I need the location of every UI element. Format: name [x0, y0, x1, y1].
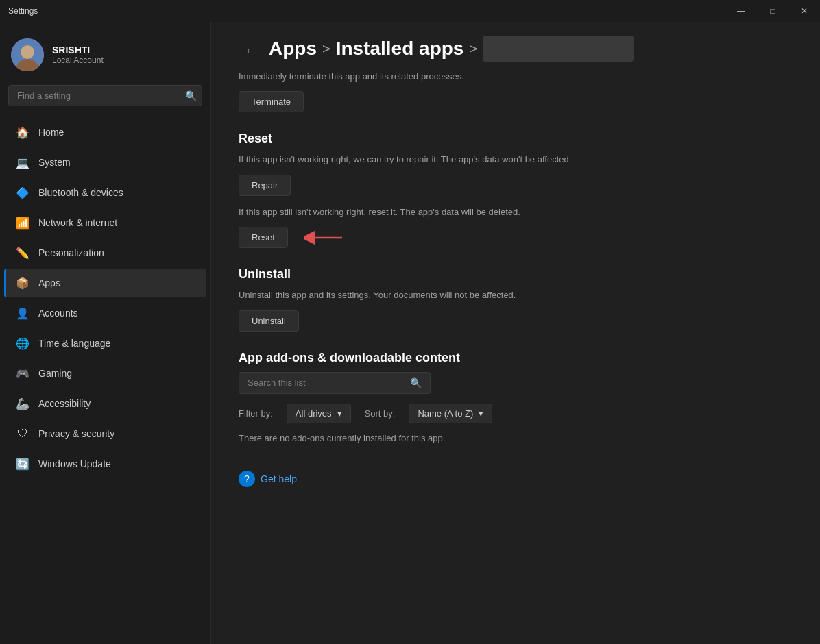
repair-button[interactable]: Repair — [239, 175, 291, 196]
profile-section: SRISHTI Local Account — [0, 33, 210, 85]
breadcrumb-app-name — [483, 36, 634, 62]
help-section: ? Get help — [239, 471, 793, 487]
terminate-button[interactable]: Terminate — [239, 91, 304, 112]
sort-value: Name (A to Z) — [418, 408, 473, 419]
uninstall-description: Uninstall this app and its settings. You… — [239, 288, 793, 302]
privacy-icon: 🛡 — [15, 426, 30, 441]
accessibility-icon: 🦾 — [15, 396, 30, 411]
terminate-description: Immediately terminate this app and its r… — [239, 71, 793, 82]
sidebar-item-accounts[interactable]: 👤 Accounts — [4, 299, 206, 327]
reset-button[interactable]: Reset — [239, 227, 288, 248]
avatar — [11, 38, 44, 71]
get-help-link[interactable]: Get help — [261, 473, 297, 484]
filter-by-dropdown[interactable]: All drives ▾ — [287, 404, 351, 423]
sidebar-item-network[interactable]: 📶 Network & internet — [4, 208, 206, 237]
sort-chevron-icon: ▾ — [479, 408, 483, 419]
addon-search-box: 🔍 — [239, 372, 431, 394]
breadcrumb: Apps > Installed apps > — [269, 36, 634, 62]
app-body: SRISHTI Local Account 🔍 🏠 Home 💻 System … — [0, 22, 820, 644]
top-row: ← Apps > Installed apps > — [239, 36, 793, 64]
profile-name: SRISHTI — [52, 45, 104, 55]
sidebar-item-label: Gaming — [38, 368, 72, 379]
minimize-button[interactable]: — — [725, 0, 757, 22]
network-icon: 📶 — [15, 215, 30, 230]
titlebar-controls: — □ ✕ — [725, 0, 820, 22]
uninstall-button[interactable]: Uninstall — [239, 310, 299, 332]
no-addons-text: There are no add-ons currently installed… — [239, 433, 793, 443]
reset-description: If this app still isn't working right, r… — [239, 206, 793, 219]
sidebar-item-time[interactable]: 🌐 Time & language — [4, 329, 206, 358]
reset-title: Reset — [239, 132, 793, 146]
sidebar-item-privacy[interactable]: 🛡 Privacy & security — [4, 419, 206, 448]
sidebar-item-label: Time & language — [38, 338, 110, 349]
sidebar-item-label: Network & internet — [38, 217, 117, 228]
sidebar-item-label: Apps — [38, 277, 60, 288]
sidebar-item-bluetooth[interactable]: 🔷 Bluetooth & devices — [4, 178, 206, 207]
breadcrumb-sep2: > — [469, 41, 477, 57]
sidebar-item-home[interactable]: 🏠 Home — [4, 118, 206, 147]
uninstall-title: Uninstall — [239, 267, 793, 282]
titlebar: Settings — □ ✕ — [0, 0, 820, 22]
sidebar-item-label: Accessibility — [38, 398, 91, 409]
sidebar-item-label: Personalization — [38, 247, 104, 258]
filter-value: All drives — [296, 408, 332, 419]
sidebar-item-label: Bluetooth & devices — [38, 187, 123, 198]
close-button[interactable]: ✕ — [788, 0, 820, 22]
breadcrumb-installed[interactable]: Installed apps — [336, 38, 464, 60]
sidebar-item-apps[interactable]: 📦 Apps — [4, 269, 206, 297]
system-icon: 💻 — [15, 155, 30, 170]
filter-row: Filter by: All drives ▾ Sort by: Name (A… — [239, 404, 793, 423]
filter-by-label: Filter by: — [239, 408, 273, 419]
sidebar-item-label: System — [38, 157, 71, 168]
sort-by-dropdown[interactable]: Name (A to Z) ▾ — [409, 404, 492, 423]
arrow-icon — [304, 230, 346, 246]
sidebar-item-label: Windows Update — [38, 458, 111, 469]
filter-chevron-icon: ▾ — [337, 408, 342, 419]
sidebar-item-system[interactable]: 💻 System — [4, 148, 206, 177]
breadcrumb-sep1: > — [322, 41, 330, 57]
back-button[interactable]: ← — [239, 40, 263, 61]
titlebar-title: Settings — [8, 6, 38, 16]
search-input[interactable] — [8, 85, 202, 106]
sort-by-label: Sort by: — [365, 408, 396, 419]
sidebar: SRISHTI Local Account 🔍 🏠 Home 💻 System … — [0, 22, 211, 644]
reset-section: Reset If this app isn't working right, w… — [239, 132, 793, 248]
addon-search-icon: 🔍 — [410, 377, 422, 388]
main-content: ← Apps > Installed apps > Immediately te… — [211, 22, 820, 644]
sidebar-item-label: Privacy & security — [38, 428, 114, 439]
help-icon: ? — [239, 471, 255, 487]
svg-point-1 — [21, 45, 34, 59]
gaming-icon: 🎮 — [15, 366, 30, 381]
sidebar-item-gaming[interactable]: 🎮 Gaming — [4, 359, 206, 388]
sidebar-item-label: Home — [38, 127, 64, 138]
search-icon: 🔍 — [185, 90, 197, 101]
repair-description: If this app isn't working right, we can … — [239, 153, 793, 166]
home-icon: 🏠 — [15, 125, 30, 140]
addons-title: App add-ons & downloadable content — [239, 351, 793, 365]
reset-row: Reset — [239, 227, 793, 248]
bluetooth-icon: 🔷 — [15, 185, 30, 200]
sidebar-item-personalization[interactable]: ✏️ Personalization — [4, 238, 206, 267]
windows-update-icon: 🔄 — [15, 456, 30, 471]
profile-subtitle: Local Account — [52, 55, 104, 65]
arrow-indicator — [304, 230, 346, 246]
maximize-button[interactable]: □ — [757, 0, 788, 22]
profile-info: SRISHTI Local Account — [52, 45, 104, 65]
addons-section: App add-ons & downloadable content 🔍 Fil… — [239, 351, 793, 443]
uninstall-section: Uninstall Uninstall this app and its set… — [239, 267, 793, 332]
addon-search-input[interactable] — [248, 377, 405, 388]
apps-icon: 📦 — [15, 275, 30, 290]
sidebar-item-windows-update[interactable]: 🔄 Windows Update — [4, 449, 206, 478]
sidebar-item-accessibility[interactable]: 🦾 Accessibility — [4, 389, 206, 418]
search-box: 🔍 — [8, 85, 202, 106]
sidebar-item-label: Accounts — [38, 308, 78, 319]
time-icon: 🌐 — [15, 336, 30, 351]
accounts-icon: 👤 — [15, 306, 30, 321]
breadcrumb-apps[interactable]: Apps — [269, 38, 317, 60]
personalization-icon: ✏️ — [15, 245, 30, 260]
